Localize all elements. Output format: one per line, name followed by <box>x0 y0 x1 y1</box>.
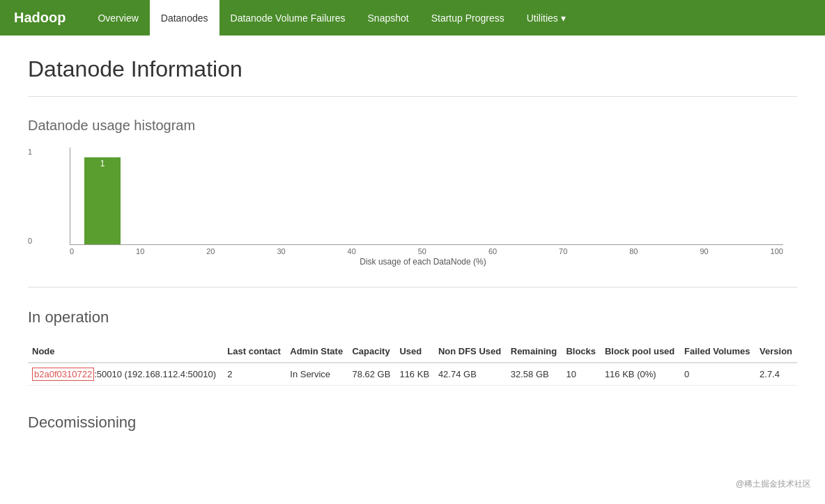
node-rest: :50010 (192.168.112.4:50010) <box>94 369 216 379</box>
in-operation-title: In operation <box>28 308 797 326</box>
title-divider <box>28 96 797 97</box>
main-nav: Hadoop Overview Datanodes Datanode Volum… <box>0 0 825 36</box>
col-blocks: Blocks <box>562 340 600 363</box>
cell-capacity: 78.62 GB <box>348 363 395 386</box>
cell-block-pool-used: 116 KB (0%) <box>601 363 680 386</box>
node-link[interactable]: b2a0f0310722 <box>32 368 94 381</box>
bar-value: 1 <box>100 157 105 168</box>
col-capacity: Capacity <box>348 340 395 363</box>
col-remaining: Remaining <box>507 340 562 363</box>
nav-startup-progress[interactable]: Startup Progress <box>420 0 516 36</box>
col-version: Version <box>755 340 797 363</box>
col-used: Used <box>395 340 433 363</box>
cell-non-dfs-used: 42.74 GB <box>434 363 507 386</box>
decommissioning-section: Decomissioning <box>28 414 797 432</box>
histogram-bar: 1 <box>84 157 120 244</box>
cell-admin-state: In Service <box>286 363 348 386</box>
nav-snapshot[interactable]: Snapshot <box>357 0 420 36</box>
col-node: Node <box>28 340 223 363</box>
nav-datanode-volume-failures[interactable]: Datanode Volume Failures <box>219 0 357 36</box>
brand-logo: Hadoop <box>7 10 72 26</box>
cell-blocks: 10 <box>562 363 600 386</box>
cell-version: 2.7.4 <box>755 363 797 386</box>
table-row: b2a0f0310722:50010 (192.168.112.4:50010)… <box>28 363 797 386</box>
col-last-contact: Last contact <box>223 340 286 363</box>
cell-used: 116 KB <box>395 363 433 386</box>
col-failed-volumes: Failed Volumes <box>680 340 755 363</box>
y-axis-labels: 0 1 <box>28 148 32 245</box>
datanode-table: Node Last contact Admin State Capacity U… <box>28 340 797 386</box>
col-block-pool-used: Block pool used <box>601 340 680 363</box>
col-admin-state: Admin State <box>286 340 348 363</box>
x-axis-title: Disk usage of each DataNode (%) <box>49 257 797 267</box>
nav-overview[interactable]: Overview <box>86 0 149 36</box>
cell-remaining: 32.58 GB <box>507 363 562 386</box>
main-content: Datanode Information Datanode usage hist… <box>0 36 825 466</box>
histogram-section-title: Datanode usage histogram <box>28 118 797 134</box>
page-title: Datanode Information <box>28 56 797 82</box>
nav-utilities[interactable]: Utilities ▾ <box>516 0 577 36</box>
histogram-container: 0 1 1 0 10 20 30 40 50 60 <box>28 148 797 273</box>
histogram-chart: 1 <box>70 148 783 245</box>
cell-failed-volumes: 0 <box>680 363 755 386</box>
col-non-dfs-used: Non DFS Used <box>434 340 507 363</box>
cell-node: b2a0f0310722:50010 (192.168.112.4:50010) <box>28 363 223 386</box>
nav-datanodes[interactable]: Datanodes <box>150 0 219 36</box>
x-axis-labels: 0 10 20 30 40 50 60 70 80 90 100 <box>70 245 783 255</box>
cell-last-contact: 2 <box>223 363 286 386</box>
histogram-divider <box>28 287 797 288</box>
decommissioning-title: Decomissioning <box>28 414 797 432</box>
table-header-row: Node Last contact Admin State Capacity U… <box>28 340 797 363</box>
